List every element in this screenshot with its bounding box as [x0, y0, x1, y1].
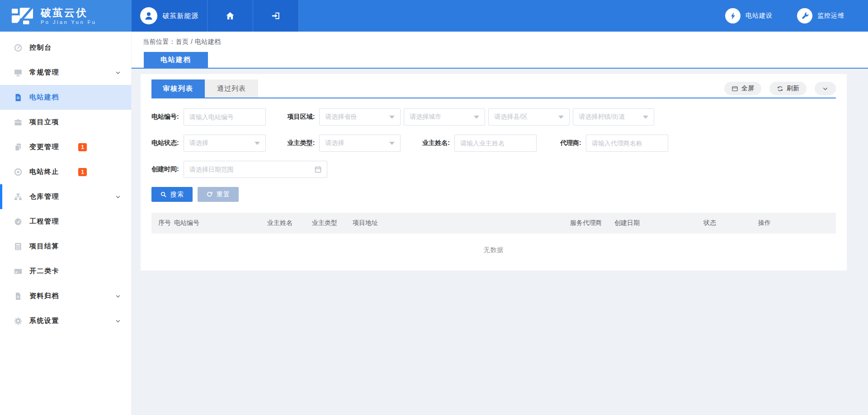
sidebar-item-label: 变更管理 [29, 143, 59, 151]
refresh-button[interactable]: 刷新 [769, 82, 807, 95]
table-column-header: 状态 [703, 219, 758, 227]
document-icon [14, 93, 23, 102]
sidebar-item-system-settings[interactable]: 系统设置 [0, 308, 131, 333]
station-no-label: 电站编号: [151, 113, 179, 121]
sidebar-item-general-management[interactable]: 常规管理 [0, 60, 131, 85]
page-header-strip: 当前位置：首页 / 电站建档 电站建档 [132, 32, 868, 69]
chevron-down-icon [115, 318, 121, 324]
page-tab-station-archive[interactable]: 电站建档 [144, 52, 208, 68]
region-selects: 请选择省份请选择城市请选择县/区请选择村镇/街道 [319, 108, 654, 126]
breadcrumb-path[interactable]: 首页 / 电站建档 [176, 38, 221, 45]
content-area: 审核列表 通过列表 全屏 刷新 [132, 69, 868, 270]
table-column-header: 业主姓名 [267, 219, 312, 227]
refresh-icon [777, 85, 783, 92]
user-icon [143, 10, 154, 21]
sidebar-item-change-management[interactable]: 变更管理1 [0, 135, 131, 159]
briefcase-icon [14, 118, 23, 127]
logout-icon [271, 11, 281, 21]
caret-down-icon [389, 116, 395, 119]
reset-button[interactable]: 重置 [198, 187, 239, 202]
agent-label: 代理商: [560, 139, 581, 147]
sidebar-item-station-termination[interactable]: 电站终止1 [0, 159, 131, 184]
station-no-input[interactable] [184, 108, 266, 126]
owner-name-input[interactable] [454, 135, 537, 152]
sidebar-item-label: 控制台 [29, 43, 52, 52]
panel-header: 审核列表 通过列表 全屏 刷新 [151, 79, 836, 98]
header-user-section: 破茧新能源 [132, 0, 299, 32]
sidebar-item-second-class-card[interactable]: 开二类卡 [0, 259, 131, 284]
dashboard-icon [14, 43, 23, 52]
collapse-button[interactable] [815, 82, 836, 95]
monitor-icon [14, 68, 23, 77]
chevron-down-icon [115, 293, 121, 299]
sidebar-item-project-initiation[interactable]: 项目立项 [0, 110, 131, 135]
sidebar-item-label: 系统设置 [29, 317, 59, 325]
select-placeholder: 请选择省份 [325, 113, 357, 121]
breadcrumb-label: 当前位置： [143, 38, 176, 45]
table-column-header: 创建日期 [614, 219, 703, 227]
region-county-select[interactable]: 请选择县/区 [488, 108, 570, 126]
sidebar-item-label: 工程管理 [29, 217, 59, 226]
sidebar-item-label: 资料归档 [29, 292, 59, 300]
caret-down-icon [474, 116, 479, 119]
tab-review-list[interactable]: 审核列表 [151, 79, 205, 98]
table-column-header: 业主类型 [312, 219, 353, 227]
sidebar-item-label: 开二类卡 [29, 267, 59, 275]
nav-monitor-ops-label: 监控运维 [817, 12, 844, 20]
sidebar-item-warehouse-management[interactable]: 仓库管理 [0, 184, 131, 209]
sidebar-item-label: 项目立项 [29, 118, 59, 126]
owner-type-label: 业主类型: [288, 139, 315, 147]
nav-monitor-ops[interactable]: 监控运维 [797, 8, 844, 23]
region-village-select[interactable]: 请选择村镇/街道 [573, 108, 654, 126]
target-icon [14, 168, 23, 177]
created-time-label: 创建时间: [151, 165, 179, 173]
agent-input[interactable] [586, 135, 668, 152]
sidebar-item-data-archive[interactable]: 资料归档 [0, 284, 131, 308]
sidebar-item-project-settlement[interactable]: 项目结算 [0, 234, 131, 259]
brand-logo-icon [11, 5, 34, 26]
search-icon [160, 191, 167, 198]
sidebar-item-engineering-management[interactable]: 工程管理 [0, 209, 131, 234]
home-button[interactable] [208, 0, 253, 32]
chevron-down-icon [115, 70, 121, 76]
tab-passed-list[interactable]: 通过列表 [205, 79, 258, 98]
region-province-select[interactable]: 请选择省份 [319, 108, 401, 126]
gear-icon [14, 317, 23, 326]
file-icon [14, 292, 23, 301]
owner-type-select[interactable]: 请选择 [319, 135, 401, 152]
fullscreen-button[interactable]: 全屏 [724, 82, 761, 95]
fullscreen-icon [731, 85, 738, 92]
home-icon [225, 11, 235, 21]
panel-tools: 全屏 刷新 [724, 82, 836, 98]
station-status-select[interactable]: 请选择 [184, 135, 266, 152]
table-header-row: 序号电站编号业主姓名业主类型项目地址服务代理商创建日期状态操作 [151, 213, 836, 233]
notification-badge: 1 [78, 143, 87, 151]
empty-state: 无数据 [151, 233, 836, 258]
user-name: 破茧新能源 [163, 12, 199, 20]
station-status-label: 电站状态: [151, 139, 179, 147]
app-header: 破茧云伏 Po Jian Yun Fu 破茧新能源 [0, 0, 868, 32]
user-menu[interactable]: 破茧新能源 [132, 0, 208, 32]
sidebar-item-station-archive[interactable]: 电站建档 [0, 85, 131, 110]
search-button[interactable]: 搜索 [151, 187, 193, 202]
select-placeholder: 请选择城市 [410, 113, 441, 121]
calculator-icon [14, 242, 23, 251]
sidebar: 控制台常规管理电站建档项目立项变更管理1电站终止1仓库管理工程管理项目结算开二类… [0, 32, 132, 415]
table-column-header: 序号 [151, 219, 174, 227]
date-range-input[interactable] [184, 161, 327, 178]
calendar-icon [314, 166, 322, 173]
nav-station-build[interactable]: 电站建设 [725, 8, 773, 23]
caret-down-icon [255, 142, 260, 145]
sidebar-item-dashboard[interactable]: 控制台 [0, 35, 131, 60]
logout-button[interactable] [253, 0, 299, 32]
caret-down-icon [389, 142, 395, 145]
select-placeholder: 请选择村镇/街道 [579, 113, 625, 121]
sidebar-item-label: 电站建档 [29, 93, 59, 102]
breadcrumb: 当前位置：首页 / 电站建档 [143, 38, 221, 46]
panel-tabs: 审核列表 通过列表 [151, 79, 258, 98]
nav-station-build-label: 电站建设 [745, 12, 773, 20]
brand-logo-area: 破茧云伏 Po Jian Yun Fu [0, 0, 132, 32]
wrench-icon [797, 8, 812, 23]
region-city-select[interactable]: 请选择城市 [404, 108, 485, 126]
region-label: 项目区域: [288, 113, 315, 121]
